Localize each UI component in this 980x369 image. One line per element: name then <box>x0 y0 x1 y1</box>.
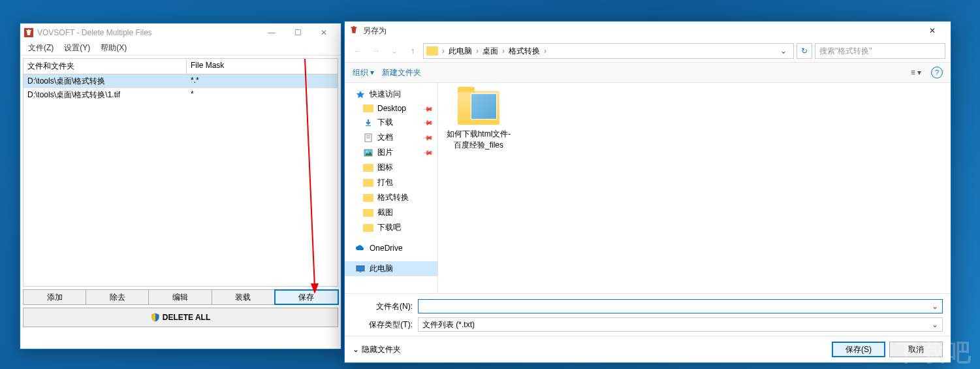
dialog-save-button[interactable]: 保存(S) <box>832 342 885 357</box>
close-button[interactable]: ✕ <box>311 25 337 40</box>
chevron-right-icon[interactable]: › <box>441 46 446 56</box>
view-options-button[interactable]: ≡ ▾ <box>909 65 923 80</box>
nav-label: 图标 <box>377 162 393 173</box>
breadcrumb-bar[interactable]: › 此电脑 › 桌面 › 格式转换 › ⌄ <box>423 43 794 59</box>
nav-folder-item[interactable]: 格式转换 <box>345 190 437 205</box>
filetype-select[interactable]: 文件列表 (*.txt) ⌄ <box>418 317 943 332</box>
folder-icon <box>363 179 373 187</box>
pin-icon: 📌 <box>423 132 434 142</box>
up-button[interactable]: ↑ <box>405 43 420 59</box>
folder-item[interactable]: 如何下载html文件-百度经验_files <box>446 91 511 151</box>
nav-documents[interactable]: 文档 📌 <box>345 130 437 145</box>
delete-all-button[interactable]: DELETE ALL <box>23 308 338 327</box>
chevron-down-icon: ⌄ <box>932 320 938 329</box>
app-titlebar[interactable]: VOVSOFT - Delete Multiple Files — ☐ ✕ <box>20 24 341 41</box>
svg-rect-9 <box>356 266 364 271</box>
col-mask-header[interactable]: File Mask <box>187 59 338 74</box>
nav-folder-item[interactable]: 下载吧 <box>345 220 437 235</box>
dialog-toolbar: 组织 ▾ 新建文件夹 ≡ ▾ ? <box>345 62 951 83</box>
folder-label: 如何下载html文件-百度经验_files <box>446 129 511 151</box>
breadcrumb-item[interactable]: 桌面 <box>480 46 501 57</box>
nav-onedrive[interactable]: OneDrive <box>345 242 437 255</box>
nav-label: 图片 <box>377 147 393 158</box>
search-placeholder: 搜索"格式转换" <box>819 46 872 57</box>
save-form: 文件名(N): ⌄ 保存类型(T): 文件列表 (*.txt) ⌄ <box>345 293 951 336</box>
nav-folder-item[interactable]: 图标 <box>345 160 437 175</box>
delete-all-container: DELETE ALL <box>23 308 338 327</box>
new-folder-button[interactable]: 新建文件夹 <box>382 67 421 78</box>
nav-label: OneDrive <box>370 244 403 253</box>
navigation-pane[interactable]: 快速访问 Desktop 📌 下载 📌 文档 📌 图片 📌 <box>345 83 438 293</box>
dialog-close-button[interactable]: ✕ <box>919 23 945 39</box>
add-button[interactable]: 添加 <box>23 289 86 305</box>
action-button-row: 添加 除去 编辑 装载 保存 <box>23 289 338 305</box>
maximize-button[interactable]: ☐ <box>285 25 311 40</box>
file-row[interactable]: D:\tools\桌面\格式转换\1.tif * <box>24 88 338 102</box>
folder-icon <box>363 224 373 232</box>
pin-icon: 📌 <box>423 103 434 114</box>
menu-file[interactable]: 文件(Z) <box>23 41 59 55</box>
delete-all-label: DELETE ALL <box>163 313 211 322</box>
chevron-down-icon: ⌄ <box>353 345 359 354</box>
history-dropdown[interactable]: ⌄ <box>387 43 402 59</box>
download-arrow-icon <box>363 118 373 127</box>
dialog-title: 另存为 <box>363 25 919 37</box>
hide-folders-toggle[interactable]: ⌄ 隐藏文件夹 <box>353 344 401 355</box>
nav-this-pc[interactable]: 此电脑 <box>345 261 437 276</box>
svg-rect-3 <box>366 125 371 126</box>
svg-marker-2 <box>356 91 364 98</box>
forward-button[interactable]: → <box>368 43 384 59</box>
save-button[interactable]: 保存 <box>274 289 339 305</box>
menu-bar: 文件(Z) 设置(Y) 帮助(X) <box>20 41 341 56</box>
menu-settings[interactable]: 设置(Y) <box>59 41 95 55</box>
menu-help[interactable]: 帮助(X) <box>95 41 132 55</box>
folder-icon <box>363 104 373 112</box>
onedrive-icon <box>355 244 366 253</box>
folder-icon <box>426 46 438 56</box>
pin-icon: 📌 <box>423 117 434 127</box>
back-button[interactable]: ← <box>350 43 366 59</box>
search-input[interactable]: 搜索"格式转换" <box>815 43 945 59</box>
nav-desktop[interactable]: Desktop 📌 <box>345 102 437 115</box>
svg-rect-10 <box>359 272 362 272</box>
filetype-label: 保存类型(T): <box>353 319 418 330</box>
remove-button[interactable]: 除去 <box>86 289 149 305</box>
edit-button[interactable]: 编辑 <box>148 289 212 305</box>
nav-quick-access[interactable]: 快速访问 <box>345 87 437 102</box>
star-icon <box>355 90 366 99</box>
nav-label: 快速访问 <box>370 89 401 100</box>
load-button[interactable]: 装载 <box>212 289 275 305</box>
content-pane[interactable]: 如何下载html文件-百度经验_files <box>438 83 951 293</box>
app-trash-icon <box>24 28 33 37</box>
nav-folder-item[interactable]: 打包 <box>345 175 437 190</box>
nav-label: 文档 <box>377 132 393 143</box>
filename-input[interactable]: ⌄ <box>418 299 943 313</box>
chevron-right-icon[interactable]: › <box>475 46 480 56</box>
col-path-header[interactable]: 文件和文件夹 <box>24 59 187 74</box>
file-path: D:\tools\桌面\格式转换\1.tif <box>24 88 187 102</box>
hide-folders-label: 隐藏文件夹 <box>362 344 401 355</box>
app-window: VOVSOFT - Delete Multiple Files — ☐ ✕ 文件… <box>20 23 341 349</box>
chevron-right-icon[interactable]: › <box>543 46 548 56</box>
computer-icon <box>355 265 366 274</box>
minimize-button[interactable]: — <box>259 25 285 40</box>
nav-downloads[interactable]: 下载 📌 <box>345 115 437 130</box>
folder-icon <box>363 164 373 172</box>
file-row[interactable]: D:\tools\桌面\格式转换 *.* <box>24 74 338 88</box>
folder-icon <box>363 194 373 202</box>
help-button[interactable]: ? <box>931 67 943 78</box>
breadcrumb-item[interactable]: 此电脑 <box>446 46 475 57</box>
nav-folder-item[interactable]: 截图 <box>345 205 437 220</box>
breadcrumb-item[interactable]: 格式转换 <box>506 46 543 57</box>
nav-label: 此电脑 <box>370 263 393 274</box>
organize-dropdown[interactable]: 组织 ▾ <box>353 67 374 78</box>
dialog-bottom-bar: ⌄ 隐藏文件夹 保存(S) 取消 <box>345 336 951 362</box>
nav-pictures[interactable]: 图片 📌 <box>345 145 437 160</box>
document-icon <box>363 133 373 142</box>
chevron-right-icon[interactable]: › <box>501 46 506 56</box>
dialog-body: 快速访问 Desktop 📌 下载 📌 文档 📌 图片 📌 <box>345 83 951 293</box>
dialog-titlebar[interactable]: 另存为 ✕ <box>345 22 951 40</box>
refresh-button[interactable]: ↻ <box>797 43 812 59</box>
shield-icon <box>151 313 160 322</box>
breadcrumb-dropdown[interactable]: ⌄ <box>776 46 791 56</box>
